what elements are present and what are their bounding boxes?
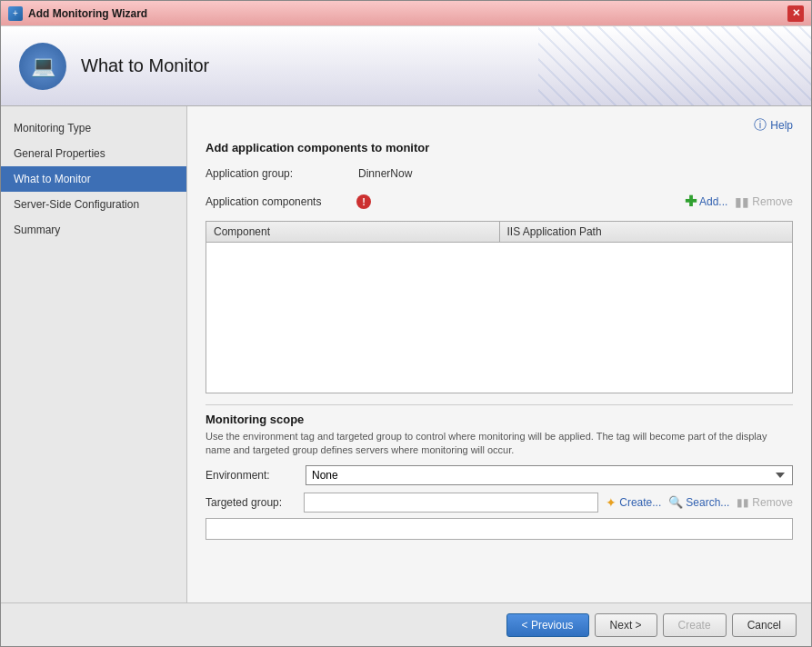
targeted-group-value-field <box>206 518 793 540</box>
app-components-label: Application components <box>206 195 351 208</box>
sidebar-item-server-side-config[interactable]: Server-Side Configuration <box>1 192 186 217</box>
cancel-button[interactable]: Cancel <box>732 613 797 637</box>
toolbar-buttons: ✚ Add... ▮▮ Remove <box>685 193 793 210</box>
column-component: Component <box>206 222 500 242</box>
help-row: ⓘ Help <box>206 117 793 134</box>
sidebar-item-general-properties[interactable]: General Properties <box>1 141 186 166</box>
wizard-body: Monitoring Type General Properties What … <box>1 106 811 602</box>
sidebar-item-what-to-monitor[interactable]: What to Monitor <box>1 166 186 192</box>
targeted-group-field[interactable] <box>304 493 598 513</box>
wizard-header: 💻 What to Monitor <box>1 26 811 106</box>
sidebar: Monitoring Type General Properties What … <box>1 106 187 602</box>
create-icon: ✦ <box>606 495 617 510</box>
search-label: Search... <box>686 496 729 509</box>
sidebar-item-summary[interactable]: Summary <box>1 217 186 243</box>
search-icon: 🔍 <box>668 495 683 509</box>
table-header: Component IIS Application Path <box>206 222 792 243</box>
remove-label: Remove <box>752 195 793 208</box>
header-icon-glyph: 💻 <box>31 55 55 78</box>
title-bar-text: Add Monitoring Wizard <box>28 7 147 20</box>
title-bar-left: + Add Monitoring Wizard <box>8 6 147 21</box>
create-button[interactable]: ✦ Create... <box>606 495 661 510</box>
create-label: Create... <box>619 496 661 509</box>
scope-title: Monitoring scope <box>206 413 793 426</box>
footer: < Previous Next > Create Cancel <box>1 602 811 646</box>
component-table-wrapper: Component IIS Application Path <box>206 221 793 393</box>
remove-icon: ▮▮ <box>735 194 749 209</box>
next-button[interactable]: Next > <box>595 613 657 637</box>
add-button[interactable]: ✚ Add... <box>685 193 727 210</box>
content-area: ⓘ Help Add application components to mon… <box>187 106 811 602</box>
help-circle-icon: ⓘ <box>754 117 767 134</box>
create-footer-button[interactable]: Create <box>663 613 727 637</box>
wizard-window: + Add Monitoring Wizard ✕ 💻 What to Moni… <box>0 0 812 647</box>
table-body <box>206 243 792 393</box>
app-group-row: Application group: DinnerNow <box>206 167 793 180</box>
scope-section: Monitoring scope Use the environment tag… <box>206 404 793 540</box>
scope-remove-label: Remove <box>752 496 793 509</box>
close-button[interactable]: ✕ <box>787 5 804 22</box>
header-icon: 💻 <box>19 43 66 90</box>
search-button[interactable]: 🔍 Search... <box>668 495 729 509</box>
header-bg-decoration <box>538 26 811 106</box>
remove-button[interactable]: ▮▮ Remove <box>735 194 793 209</box>
error-icon: ! <box>356 194 371 209</box>
scope-description: Use the environment tag and targeted gro… <box>206 430 793 458</box>
app-group-label: Application group: <box>206 167 351 180</box>
scope-remove-icon: ▮▮ <box>737 496 749 509</box>
environment-select[interactable]: None Development Test Production <box>306 465 793 485</box>
app-components-left: Application components ! <box>206 194 371 209</box>
environment-label: Environment: <box>206 469 296 482</box>
app-components-row: Application components ! ✚ Add... ▮▮ Rem… <box>206 193 793 210</box>
targeted-group-row: Targeted group: ✦ Create... 🔍 Search... … <box>206 493 793 513</box>
window-icon: + <box>8 6 23 21</box>
add-label: Add... <box>699 195 727 208</box>
sidebar-item-monitoring-type[interactable]: Monitoring Type <box>1 115 186 141</box>
environment-row: Environment: None Development Test Produ… <box>206 465 793 485</box>
previous-button[interactable]: < Previous <box>506 613 589 637</box>
targeted-group-buttons: ✦ Create... 🔍 Search... ▮▮ Remove <box>606 495 793 510</box>
help-link[interactable]: Help <box>770 119 793 132</box>
column-iis-path: IIS Application Path <box>500 222 793 242</box>
section-title: Add application components to monitor <box>206 141 793 154</box>
header-title: What to Monitor <box>81 55 209 76</box>
scope-remove-button[interactable]: ▮▮ Remove <box>737 496 793 509</box>
add-icon: ✚ <box>685 193 697 210</box>
targeted-group-label: Targeted group: <box>206 496 296 509</box>
title-bar: + Add Monitoring Wizard ✕ <box>1 1 811 26</box>
app-group-value: DinnerNow <box>358 167 412 180</box>
